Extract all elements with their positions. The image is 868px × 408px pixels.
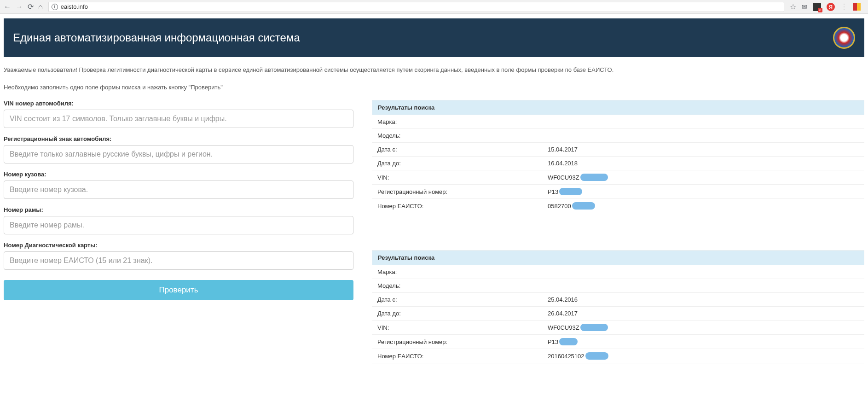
table-row: Марка: xyxy=(372,265,864,279)
row-value-datefrom: 25.04.2016 xyxy=(548,296,859,303)
input-body[interactable] xyxy=(4,181,353,199)
row-label-dateto: Дата до: xyxy=(377,310,548,317)
row-value-eaisto: 20160425102 xyxy=(548,352,859,360)
forward-icon[interactable]: → xyxy=(16,3,23,11)
results-header-1: Результаты поиска xyxy=(372,100,864,115)
label-frame: Номер рамы: xyxy=(4,206,353,213)
page-title: Единая автоматизированная информационная… xyxy=(13,31,300,44)
reg-prefix: Р13 xyxy=(548,338,558,345)
row-label-eaisto: Номер ЕАИСТО: xyxy=(377,353,548,360)
vin-prefix: WF0CU93Z xyxy=(548,174,579,181)
row-value-dateto: 16.04.2018 xyxy=(548,160,859,167)
results-header-2: Результаты поиска xyxy=(372,250,864,265)
table-row: Дата до: 16.04.2018 xyxy=(372,157,864,170)
table-row: Регистрационный номер: Р13 xyxy=(372,335,864,349)
content-columns: VIN номер автомобиля: Регистрационный зн… xyxy=(4,100,864,400)
table-row: Модель: xyxy=(372,129,864,143)
home-icon[interactable]: ⌂ xyxy=(38,3,43,11)
row-value-eaisto: 0582700 xyxy=(548,202,859,210)
redaction-mask xyxy=(572,202,595,210)
redaction-mask xyxy=(585,352,608,360)
results-column: Результаты поиска Марка: Модель: Дата с:… xyxy=(372,100,864,400)
flag-icon[interactable] xyxy=(853,3,861,11)
page-container: Единая автоматизированная информационная… xyxy=(0,18,868,400)
submit-button[interactable]: Проверить xyxy=(4,280,353,300)
gibdd-logo xyxy=(833,27,855,49)
vin-prefix: WF0CU93Z xyxy=(548,324,579,331)
row-value-vin: WF0CU93Z xyxy=(548,324,859,331)
row-label-datefrom: Дата с: xyxy=(377,296,548,303)
table-row: VIN: WF0CU93Z xyxy=(372,321,864,335)
row-label-brand: Марка: xyxy=(377,268,548,275)
table-row: Марка: xyxy=(372,115,864,129)
field-vin: VIN номер автомобиля: xyxy=(4,100,353,128)
row-label-datefrom: Дата с: xyxy=(377,146,548,153)
field-regplate: Регистрационный знак автомобиля: xyxy=(4,135,353,163)
row-value-vin: WF0CU93Z xyxy=(548,174,859,181)
row-label-vin: VIN: xyxy=(377,324,548,331)
mail-icon[interactable]: ✉ xyxy=(802,3,807,11)
field-body: Номер кузова: xyxy=(4,171,353,199)
row-value-dateto: 26.04.2017 xyxy=(548,310,859,317)
row-label-reg: Регистрационный номер: xyxy=(377,338,548,345)
reload-icon[interactable]: ⟳ xyxy=(28,2,34,11)
table-row: Дата с: 15.04.2017 xyxy=(372,143,864,157)
reg-prefix: Р13 xyxy=(548,188,558,195)
table-row: VIN: WF0CU93Z xyxy=(372,170,864,185)
url-bar[interactable]: i eaisto.info xyxy=(48,2,784,12)
redaction-mask xyxy=(559,188,582,195)
site-info-icon[interactable]: i xyxy=(52,4,58,10)
extension-icon[interactable] xyxy=(813,3,821,11)
eaisto-prefix: 0582700 xyxy=(548,203,571,210)
table-row: Дата до: 26.04.2017 xyxy=(372,307,864,321)
row-label-model: Модель: xyxy=(377,132,548,139)
table-row: Номер ЕАИСТО: 20160425102 xyxy=(372,349,864,363)
table-row: Дата с: 25.04.2016 xyxy=(372,293,864,307)
eaisto-prefix: 20160425102 xyxy=(548,353,584,360)
redaction-mask xyxy=(580,174,608,181)
browser-toolbar: ← → ⟳ ⌂ i eaisto.info ☆ ✉ Я ⋮ xyxy=(0,0,868,14)
row-value-datefrom: 15.04.2017 xyxy=(548,146,859,153)
url-text: eaisto.info xyxy=(61,3,88,10)
back-icon[interactable]: ← xyxy=(4,3,11,11)
row-label-reg: Регистрационный номер: xyxy=(377,188,548,195)
intro-line-2: Необходимо заполнить одно поле формы пои… xyxy=(4,83,864,92)
results-block-2: Результаты поиска Марка: Модель: Дата с:… xyxy=(372,250,864,363)
row-label-dateto: Дата до: xyxy=(377,160,548,167)
browser-extensions: ☆ ✉ Я ⋮ xyxy=(790,2,864,11)
table-row: Номер ЕАИСТО: 0582700 xyxy=(372,199,864,213)
results-block-1: Результаты поиска Марка: Модель: Дата с:… xyxy=(372,100,864,213)
row-label-vin: VIN: xyxy=(377,174,548,181)
intro-line-1: Уважаемые пользователи! Проверка легитим… xyxy=(4,65,864,75)
label-regplate: Регистрационный знак автомобиля: xyxy=(4,135,353,142)
redaction-mask xyxy=(559,338,578,345)
bookmark-star-icon[interactable]: ☆ xyxy=(790,2,796,11)
table-row: Модель: xyxy=(372,279,864,293)
input-diagcard[interactable] xyxy=(4,251,353,270)
row-label-model: Модель: xyxy=(377,282,548,289)
input-frame[interactable] xyxy=(4,216,353,234)
table-row: Регистрационный номер: Р13 xyxy=(372,185,864,199)
field-frame: Номер рамы: xyxy=(4,206,353,234)
input-regplate[interactable] xyxy=(4,145,353,163)
label-diagcard: Номер Диагностической карты: xyxy=(4,242,353,249)
input-vin[interactable] xyxy=(4,110,353,128)
menu-icon[interactable]: ⋮ xyxy=(840,2,848,11)
nav-controls: ← → ⟳ ⌂ xyxy=(4,2,43,11)
yandex-icon[interactable]: Я xyxy=(827,3,835,11)
page-header: Единая автоматизированная информационная… xyxy=(4,18,864,57)
label-body: Номер кузова: xyxy=(4,171,353,178)
redaction-mask xyxy=(580,324,608,331)
row-value-reg: Р13 xyxy=(548,338,859,345)
label-vin: VIN номер автомобиля: xyxy=(4,100,353,107)
row-value-reg: Р13 xyxy=(548,188,859,195)
search-form: VIN номер автомобиля: Регистрационный зн… xyxy=(4,100,353,400)
row-label-eaisto: Номер ЕАИСТО: xyxy=(377,203,548,210)
row-label-brand: Марка: xyxy=(377,118,548,125)
field-diagcard: Номер Диагностической карты: xyxy=(4,242,353,270)
